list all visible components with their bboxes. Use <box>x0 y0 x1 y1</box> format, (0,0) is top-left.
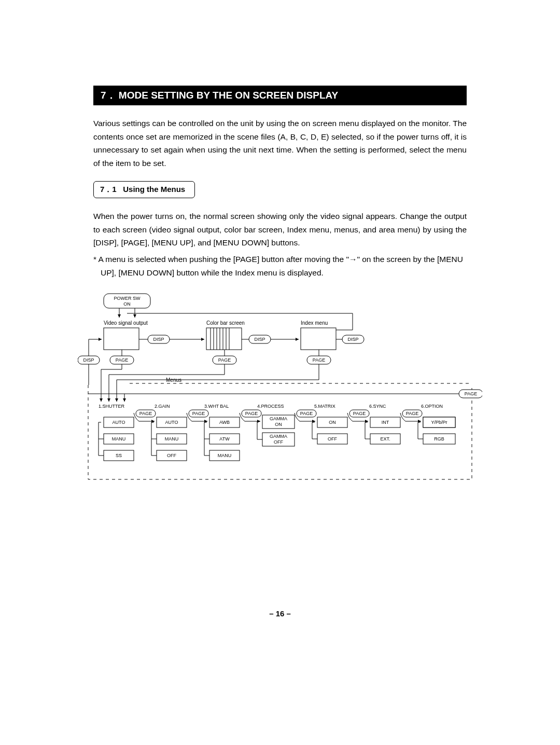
section-heading: 7． MODE SETTING BY THE ON SCREEN DISPLAY <box>93 86 467 105</box>
svg-text:OFF: OFF <box>274 439 283 445</box>
svg-text:PAGE: PAGE <box>406 411 418 416</box>
subsection-number: 7．1 <box>100 185 117 194</box>
svg-text:6.OPTION: 6.OPTION <box>421 404 443 409</box>
svg-text:AWB: AWB <box>219 420 230 425</box>
col-gain: 2.GAIN AUTO MANU OFF <box>151 404 187 461</box>
page-number: – 16 – <box>0 609 560 618</box>
svg-text:PAGE: PAGE <box>139 411 152 416</box>
col-option: 6.OPTION Y/P b /P r Y/Pb/Pr RGB <box>418 404 455 444</box>
menus-label: Menus <box>166 377 181 383</box>
page-label: PAGE <box>465 391 477 396</box>
svg-rect-4 <box>206 328 242 350</box>
page-label: PAGE <box>218 357 231 363</box>
svg-text:PAGE: PAGE <box>300 411 313 416</box>
svg-text:1.SHUTTER: 1.SHUTTER <box>99 404 125 409</box>
page-label: PAGE <box>313 357 325 363</box>
svg-text:Y/Pb/Pr: Y/Pb/Pr <box>431 420 447 425</box>
svg-text:RGB: RGB <box>434 436 444 442</box>
col-whtbal: 3.WHT BAL AWB ATW MANU <box>204 404 240 461</box>
section-number: 7． <box>101 90 116 101</box>
disp-label: DISP <box>347 337 358 342</box>
page: 7． MODE SETTING BY THE ON SCREEN DISPLAY… <box>0 0 560 745</box>
svg-text:OFF: OFF <box>328 436 337 442</box>
svg-text:SS: SS <box>116 453 122 458</box>
svg-text:PAGE: PAGE <box>353 411 366 416</box>
svg-text:ATW: ATW <box>219 436 230 442</box>
svg-text:GAMMA: GAMMA <box>270 434 287 439</box>
section-title: MODE SETTING BY THE ON SCREEN DISPLAY <box>119 90 338 101</box>
svg-rect-12 <box>301 328 336 350</box>
index-label: Index menu <box>301 320 328 326</box>
svg-text:INT: INT <box>382 420 389 425</box>
svg-text:4.PROCESS: 4.PROCESS <box>257 404 284 409</box>
svg-rect-3 <box>104 328 139 350</box>
footnote-line2: UP], [MENU DOWN] button while the Index … <box>93 266 467 280</box>
disp-label: DISP <box>153 337 164 342</box>
svg-text:3.WHT BAL: 3.WHT BAL <box>204 404 229 409</box>
footnote: * A menu is selected when pushing the [P… <box>93 253 467 279</box>
svg-text:MANU: MANU <box>218 453 232 458</box>
svg-text:EXT.: EXT. <box>380 436 390 442</box>
subsection-title: Using the Menus <box>123 185 185 194</box>
page-label: PAGE <box>116 357 128 363</box>
svg-text:MANU: MANU <box>165 436 179 442</box>
disp-label: DISP <box>254 337 265 342</box>
svg-text:PAGE: PAGE <box>245 411 258 416</box>
colorbar-label: Color bar screen <box>206 320 245 326</box>
power-on-label: ON <box>123 301 131 307</box>
svg-text:AUTO: AUTO <box>113 420 125 425</box>
col-shutter: 1.SHUTTER AUTO MANU SS <box>99 404 134 461</box>
col-process: 4.PROCESS GAMMA ON GAMMA OFF <box>257 404 295 446</box>
svg-text:PAGE: PAGE <box>192 411 205 416</box>
svg-text:GAMMA: GAMMA <box>270 416 287 421</box>
footnote-line1: A menu is selected when pushing the [PAG… <box>99 255 463 264</box>
paragraph-using-menus: When the power turns on, the normal scre… <box>93 210 467 250</box>
footnote-star: * <box>93 255 96 264</box>
disp-label: DISP <box>83 357 94 363</box>
subsection-heading: 7．1 Using the Menus <box>93 181 195 198</box>
svg-text:2.GAIN: 2.GAIN <box>155 404 170 409</box>
svg-text:6.SYNC: 6.SYNC <box>369 404 386 409</box>
menu-flow-diagram: POWER SW ON Video signal output Color ba… <box>78 293 482 490</box>
svg-text:ON: ON <box>329 420 336 425</box>
col-sync: 6.SYNC INT EXT. <box>365 404 400 444</box>
power-label: POWER SW <box>114 296 141 301</box>
svg-text:OFF: OFF <box>167 453 176 458</box>
col-matrix: 5.MATRIX ON OFF <box>312 404 347 444</box>
video-label: Video signal output <box>104 320 148 326</box>
paragraph-intro: Various settings can be controlled on th… <box>93 117 467 170</box>
svg-text:ON: ON <box>275 422 282 427</box>
svg-text:AUTO: AUTO <box>165 420 178 425</box>
svg-text:5.MATRIX: 5.MATRIX <box>314 404 335 409</box>
svg-text:MANU: MANU <box>112 436 126 442</box>
